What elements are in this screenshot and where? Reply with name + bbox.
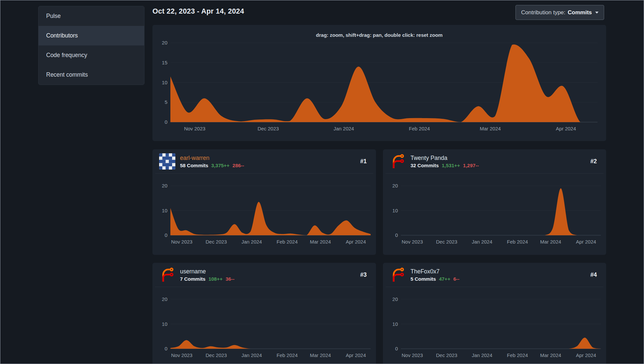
svg-text:10: 10 xyxy=(162,208,167,213)
rank-badge: #2 xyxy=(591,158,599,165)
svg-text:Jan 2024: Jan 2024 xyxy=(472,239,493,245)
contributor-header: earl-warren 58 Commits 3,375++ 286-- #1 xyxy=(155,149,373,174)
sidebar-item-contributors[interactable]: Contributors xyxy=(39,26,144,45)
svg-text:20: 20 xyxy=(162,40,167,45)
svg-text:Dec 2023: Dec 2023 xyxy=(436,239,457,245)
overall-activity-chart[interactable]: 05101520Nov 2023Dec 2023Jan 2024Feb 2024… xyxy=(155,38,603,138)
svg-text:Mar 2024: Mar 2024 xyxy=(310,352,331,358)
svg-text:20: 20 xyxy=(392,296,398,302)
sidebar: Pulse Contributors Code frequency Recent… xyxy=(38,6,144,85)
svg-text:10: 10 xyxy=(162,80,167,85)
contribution-type-button[interactable]: Contribution type: Commits xyxy=(515,5,604,20)
overall-chart-card: drag: zoom, shift+drag: pan, double clic… xyxy=(152,25,606,141)
contributor-card: Twenty Panda 32 Commits 1,531++ 1,297-- … xyxy=(383,149,606,255)
svg-text:10: 10 xyxy=(392,208,398,213)
svg-text:Apr 2024: Apr 2024 xyxy=(346,352,366,358)
deletions: 1,297-- xyxy=(463,163,479,168)
contributor-card: username 7 Commits 108++ 36-- #3 01020No… xyxy=(152,263,376,364)
svg-text:Jan 2024: Jan 2024 xyxy=(241,352,262,358)
deletions: 36-- xyxy=(226,276,234,282)
contributor-chart[interactable]: 01020Nov 2023Dec 2023Jan 2024Feb 2024Mar… xyxy=(155,174,373,252)
additions: 47++ xyxy=(439,276,450,282)
svg-text:15: 15 xyxy=(162,60,167,65)
svg-text:Mar 2024: Mar 2024 xyxy=(480,126,501,131)
contributor-header: TheFox0x7 5 Commits 47++ 6-- #4 xyxy=(386,263,603,287)
svg-text:Apr 2024: Apr 2024 xyxy=(556,126,576,131)
sidebar-item-code-frequency[interactable]: Code frequency xyxy=(39,45,144,65)
contributor-chart[interactable]: 01020Nov 2023Dec 2023Jan 2024Feb 2024Mar… xyxy=(155,287,373,364)
svg-text:Feb 2024: Feb 2024 xyxy=(277,352,298,358)
svg-text:Feb 2024: Feb 2024 xyxy=(507,239,528,245)
svg-text:Apr 2024: Apr 2024 xyxy=(346,239,366,245)
contributor-header: Twenty Panda 32 Commits 1,531++ 1,297-- … xyxy=(386,149,603,174)
svg-text:10: 10 xyxy=(162,321,167,327)
svg-text:Nov 2023: Nov 2023 xyxy=(171,352,192,358)
rank-badge: #1 xyxy=(360,158,369,165)
commit-count: 5 Commits xyxy=(411,276,436,282)
contributor-header: username 7 Commits 108++ 36-- #3 xyxy=(155,263,373,287)
avatar xyxy=(390,267,406,283)
additions: 3,375++ xyxy=(211,163,230,168)
svg-text:0: 0 xyxy=(165,346,167,351)
svg-text:Apr 2024: Apr 2024 xyxy=(576,239,596,245)
commit-count: 7 Commits xyxy=(180,276,206,282)
commit-count: 58 Commits xyxy=(180,163,208,168)
svg-text:20: 20 xyxy=(392,183,398,188)
contribution-type-value: Commits xyxy=(568,9,592,16)
contributor-chart[interactable]: 01020Nov 2023Dec 2023Jan 2024Feb 2024Mar… xyxy=(386,287,603,364)
svg-text:Jan 2024: Jan 2024 xyxy=(333,126,354,131)
svg-text:20: 20 xyxy=(162,183,167,188)
contributor-card: TheFox0x7 5 Commits 47++ 6-- #4 01020Nov… xyxy=(383,263,606,364)
svg-text:20: 20 xyxy=(162,296,167,302)
svg-text:Jan 2024: Jan 2024 xyxy=(241,239,262,245)
svg-text:0: 0 xyxy=(165,119,167,125)
rank-badge: #3 xyxy=(360,271,369,278)
contributor-name[interactable]: earl-warren xyxy=(180,155,244,162)
svg-text:Nov 2023: Nov 2023 xyxy=(184,126,205,131)
chart-zoom-hint: drag: zoom, shift+drag: pan, double clic… xyxy=(155,32,603,38)
contributor-stats: 7 Commits 108++ 36-- xyxy=(180,276,234,282)
svg-text:Nov 2023: Nov 2023 xyxy=(402,352,423,358)
sidebar-item-recent-commits[interactable]: Recent commits xyxy=(39,65,144,85)
svg-text:Mar 2024: Mar 2024 xyxy=(540,239,561,245)
avatar[interactable] xyxy=(159,153,175,170)
chevron-down-icon xyxy=(595,12,598,14)
svg-text:Nov 2023: Nov 2023 xyxy=(171,239,192,245)
contributor-name: Twenty Panda xyxy=(411,155,479,162)
additions: 108++ xyxy=(209,276,223,282)
svg-text:Mar 2024: Mar 2024 xyxy=(310,239,331,245)
contributor-stats: 58 Commits 3,375++ 286-- xyxy=(180,163,244,168)
avatar xyxy=(390,153,406,170)
sidebar-menu: Pulse Contributors Code frequency Recent… xyxy=(38,6,144,85)
avatar xyxy=(159,267,175,283)
svg-text:Feb 2024: Feb 2024 xyxy=(409,126,430,131)
svg-text:Dec 2023: Dec 2023 xyxy=(257,126,279,131)
contributors-grid: earl-warren 58 Commits 3,375++ 286-- #1 … xyxy=(152,149,606,364)
svg-text:Dec 2023: Dec 2023 xyxy=(206,239,227,245)
svg-text:Jan 2024: Jan 2024 xyxy=(472,352,493,358)
svg-text:10: 10 xyxy=(392,321,398,327)
contribution-type-label: Contribution type: xyxy=(521,9,565,16)
sidebar-item-pulse[interactable]: Pulse xyxy=(39,6,144,26)
contributor-name: TheFox0x7 xyxy=(411,268,459,275)
deletions: 6-- xyxy=(453,276,459,282)
contributor-card: earl-warren 58 Commits 3,375++ 286-- #1 … xyxy=(152,149,376,255)
svg-text:0: 0 xyxy=(395,346,398,351)
page-title: Oct 22, 2023 - Apr 14, 2024 xyxy=(152,5,244,16)
deletions: 286-- xyxy=(232,163,244,168)
commit-count: 32 Commits xyxy=(411,163,439,168)
main-content: Oct 22, 2023 - Apr 14, 2024 Contribution… xyxy=(152,0,606,364)
topbar: Oct 22, 2023 - Apr 14, 2024 Contribution… xyxy=(152,0,606,20)
svg-text:Feb 2024: Feb 2024 xyxy=(507,352,528,358)
svg-text:Nov 2023: Nov 2023 xyxy=(402,239,423,245)
additions: 1,531++ xyxy=(442,163,460,168)
svg-text:Apr 2024: Apr 2024 xyxy=(576,352,596,358)
contributor-name: username xyxy=(180,268,234,275)
svg-text:Dec 2023: Dec 2023 xyxy=(436,352,457,358)
contributor-stats: 32 Commits 1,531++ 1,297-- xyxy=(411,163,479,168)
contributor-chart[interactable]: 01020Nov 2023Dec 2023Jan 2024Feb 2024Mar… xyxy=(386,174,603,252)
contributor-stats: 5 Commits 47++ 6-- xyxy=(411,276,459,282)
svg-text:Dec 2023: Dec 2023 xyxy=(206,352,227,358)
svg-text:Mar 2024: Mar 2024 xyxy=(540,352,561,358)
svg-text:Feb 2024: Feb 2024 xyxy=(277,239,298,245)
